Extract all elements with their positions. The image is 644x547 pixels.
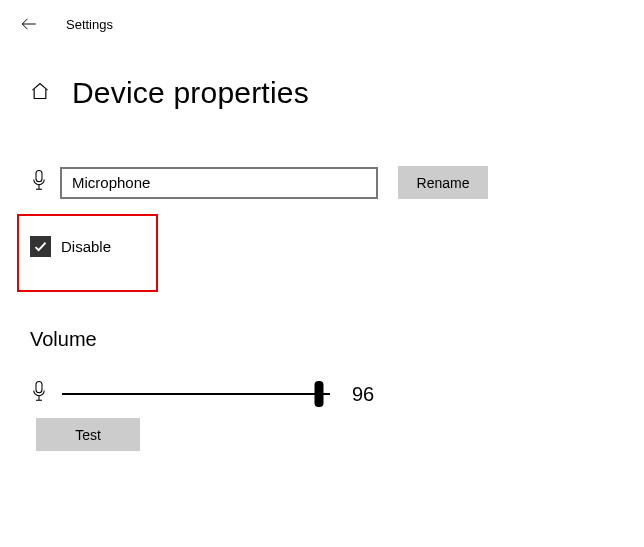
disable-label: Disable	[61, 238, 111, 255]
svg-rect-4	[36, 382, 42, 393]
app-title: Settings	[66, 17, 113, 32]
svg-rect-1	[36, 170, 42, 181]
volume-row: 96	[30, 378, 374, 410]
device-name-row: Rename	[30, 166, 644, 199]
title-bar: Settings	[0, 0, 644, 48]
test-button[interactable]: Test	[36, 418, 140, 451]
disable-checkbox-row[interactable]: Disable	[30, 236, 111, 257]
microphone-icon	[30, 380, 48, 408]
page-heading-row: Device properties	[30, 76, 644, 110]
page-title: Device properties	[72, 76, 309, 110]
home-icon[interactable]	[30, 81, 50, 105]
microphone-icon	[30, 169, 48, 197]
volume-slider[interactable]	[62, 378, 330, 410]
volume-heading: Volume	[30, 328, 97, 351]
slider-track	[62, 393, 330, 395]
back-icon[interactable]	[20, 15, 38, 33]
device-name-input[interactable]	[60, 167, 378, 199]
slider-thumb[interactable]	[315, 381, 324, 407]
disable-checkbox[interactable]	[30, 236, 51, 257]
volume-value: 96	[352, 383, 374, 406]
rename-button[interactable]: Rename	[398, 166, 488, 199]
